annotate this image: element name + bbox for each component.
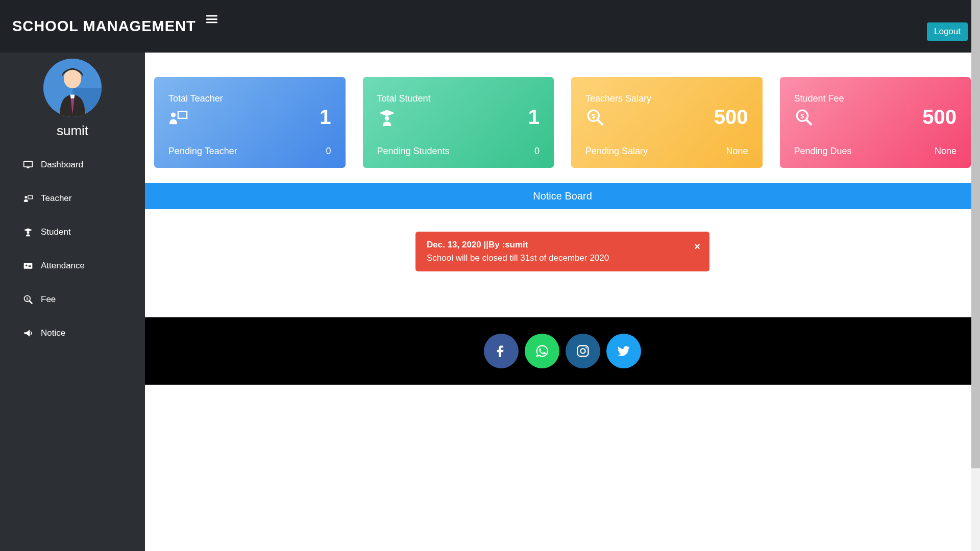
avatar (43, 59, 102, 117)
notice-alert: Dec. 13, 2020 ||By :sumit School will be… (415, 232, 709, 271)
sidebar: sumit Dashboard Teacher Student (0, 53, 145, 551)
card-student-fee[interactable]: Student Fee $ 500 Pending Dues None (780, 77, 971, 168)
svg-rect-5 (71, 95, 75, 98)
card-value: 500 (714, 106, 748, 129)
svg-point-10 (27, 231, 30, 234)
sidebar-item-label: Attendance (41, 261, 85, 271)
sidebar-item-dashboard[interactable]: Dashboard (0, 148, 145, 182)
card-title: Total Student (377, 93, 540, 104)
sidebar-item-teacher[interactable]: Teacher (0, 182, 145, 215)
hamburger-menu-icon[interactable] (206, 14, 217, 27)
svg-text:$: $ (26, 297, 28, 300)
notice-board-heading: Notice Board (145, 183, 980, 209)
svg-text:$: $ (592, 112, 595, 120)
card-sub-value: None (935, 146, 957, 157)
svg-point-29 (585, 347, 587, 348)
search-dollar-icon: $ (585, 109, 605, 128)
graduate-icon (22, 227, 34, 238)
sidebar-item-fee[interactable]: $ Fee (0, 283, 145, 316)
id-card-icon (22, 260, 34, 271)
logout-button[interactable]: Logout (927, 22, 968, 41)
instagram-icon[interactable] (566, 334, 600, 368)
svg-rect-14 (29, 266, 31, 267)
card-teachers-salary[interactable]: Teachers Salary $ 500 Pending Salary Non… (571, 77, 763, 168)
username: sumit (0, 123, 145, 139)
footer (145, 317, 980, 385)
sidebar-item-notice[interactable]: Notice (0, 316, 145, 350)
sidebar-item-label: Student (41, 227, 71, 237)
header: SCHOOL MANAGEMENT Logout (0, 0, 980, 53)
card-sub-label: Pending Teacher (168, 146, 237, 157)
scrollbar[interactable] (971, 0, 980, 551)
search-dollar-icon: $ (794, 109, 814, 128)
card-title: Total Teacher (168, 93, 331, 104)
card-total-student[interactable]: Total Student 1 Pending Students 0 (363, 77, 554, 168)
card-sub-value: 0 (326, 146, 331, 157)
sidebar-item-attendance[interactable]: Attendance (0, 249, 145, 283)
card-sub-label: Pending Salary (585, 146, 648, 157)
whatsapp-icon[interactable] (525, 334, 559, 368)
card-sub-label: Pending Dues (794, 146, 852, 157)
svg-rect-1 (206, 18, 217, 20)
svg-text:$: $ (800, 112, 804, 120)
svg-point-28 (580, 348, 585, 353)
facebook-icon[interactable] (484, 334, 519, 368)
svg-line-16 (30, 301, 32, 304)
profile-section: sumit (0, 59, 145, 148)
app-title: SCHOOL MANAGEMENT (12, 18, 196, 35)
twitter-icon[interactable] (606, 334, 641, 368)
svg-rect-13 (29, 265, 31, 265)
teacher-icon (168, 109, 188, 128)
card-sub-label: Pending Students (377, 146, 450, 157)
bullhorn-icon (22, 328, 34, 339)
teacher-icon (22, 193, 34, 204)
card-value: 1 (320, 106, 331, 129)
card-sub-value: None (726, 146, 748, 157)
card-sub-value: 0 (534, 146, 540, 157)
sidebar-item-label: Fee (41, 294, 56, 305)
svg-rect-11 (24, 263, 33, 269)
svg-point-8 (24, 196, 27, 198)
monitor-icon (22, 159, 34, 170)
sidebar-item-label: Teacher (41, 193, 71, 204)
svg-point-20 (384, 116, 389, 121)
main-content: Total Teacher 1 Pending Teacher 0 Total … (145, 53, 980, 551)
card-value: 500 (922, 106, 957, 129)
sidebar-item-label: Dashboard (41, 160, 83, 170)
svg-rect-6 (24, 161, 33, 167)
svg-point-12 (26, 265, 27, 266)
svg-line-22 (597, 119, 602, 124)
svg-rect-7 (27, 167, 30, 168)
sidebar-item-label: Notice (41, 328, 65, 338)
sidebar-item-student[interactable]: Student (0, 215, 145, 249)
svg-rect-9 (28, 195, 32, 199)
card-title: Student Fee (794, 93, 957, 104)
svg-rect-0 (206, 15, 217, 16)
card-value: 1 (528, 106, 540, 129)
close-icon[interactable]: × (694, 241, 700, 253)
graduate-icon (377, 109, 397, 128)
svg-line-25 (806, 119, 811, 124)
svg-point-18 (171, 113, 176, 118)
search-dollar-icon: $ (22, 294, 34, 305)
notice-meta: Dec. 13, 2020 ||By :sumit (427, 240, 698, 250)
svg-rect-19 (178, 112, 187, 118)
card-title: Teachers Salary (585, 93, 748, 104)
svg-rect-2 (206, 21, 217, 23)
notice-text: School will be closed till 31st of decem… (427, 253, 698, 263)
card-total-teacher[interactable]: Total Teacher 1 Pending Teacher 0 (154, 77, 346, 168)
